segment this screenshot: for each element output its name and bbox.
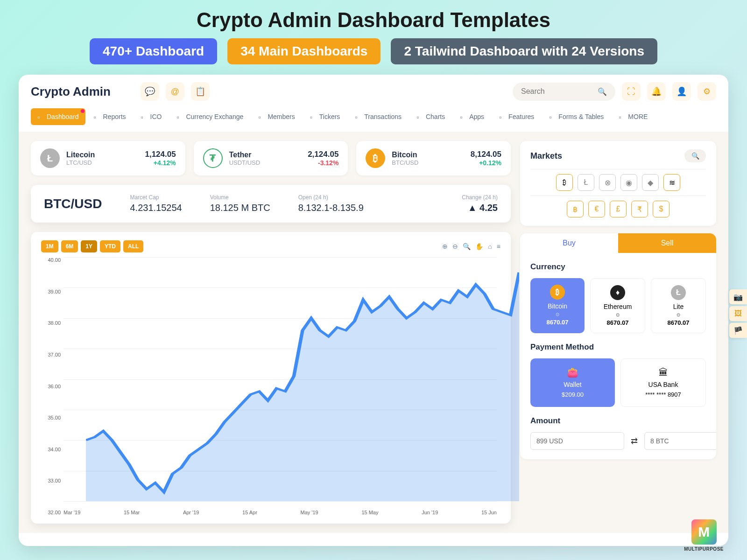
- side-camera-icon[interactable]: 📷: [729, 289, 747, 304]
- currency-ethereum[interactable]: ♦Ethereum⊙8670.07: [590, 278, 645, 333]
- ticker-card[interactable]: ₿ BitcoinBTC/USD 8,124.05+0.12%: [356, 141, 511, 175]
- nav-icon: ▫: [549, 113, 556, 120]
- gear-icon[interactable]: ⚙: [698, 82, 716, 101]
- ticker-card[interactable]: Ł LitecoinLTC/USD 1,124.05+4.12%: [31, 141, 185, 175]
- nav-icon: ▫: [310, 113, 317, 120]
- market-coin-chip[interactable]: ₿: [556, 174, 573, 191]
- nav-icon: ▫: [619, 113, 625, 120]
- market-fiat-chip[interactable]: €: [588, 201, 605, 217]
- payment-usa-bank[interactable]: 🏛USA Bank**** **** 8907: [620, 358, 706, 407]
- nav-icon: ▫: [37, 113, 44, 120]
- buy-tab[interactable]: Buy: [520, 233, 618, 253]
- market-fiat-chip[interactable]: $: [653, 201, 669, 217]
- sell-tab[interactable]: Sell: [618, 233, 716, 253]
- main-stats: BTC/USD Marcet Cap 4.231.15254 Volume 18…: [31, 185, 511, 223]
- nav-icon: ▫: [416, 113, 423, 120]
- chart-minus-icon[interactable]: ⊖: [452, 243, 458, 250]
- chart-pan-icon[interactable]: ✋: [475, 243, 483, 250]
- chart-toolbar: ⊕ ⊖ 🔍 ✋ ⌂ ≡: [442, 243, 500, 250]
- chart-menu-icon[interactable]: ≡: [497, 243, 500, 250]
- search-input[interactable]: [521, 87, 592, 96]
- promo-badge: 470+ Dashboard: [90, 38, 217, 64]
- market-fiat-chip[interactable]: ฿: [567, 201, 584, 217]
- promo-badge: 2 Tailwind Dashboard with 24 Versions: [391, 38, 657, 64]
- market-fiat-chip[interactable]: £: [610, 201, 627, 217]
- nav-tabs: ▫Dashboard▫Reports▫ICO▫Currency Exchange…: [19, 108, 728, 132]
- ticker-card[interactable]: ₮ TetherUSDT/USD 2,124.05-3.12%: [194, 141, 348, 175]
- nav-tab-tickers[interactable]: ▫Tickers: [303, 108, 347, 125]
- range-ytd[interactable]: YTD: [100, 240, 120, 252]
- chart-home-icon[interactable]: ⌂: [488, 243, 492, 250]
- nav-tab-charts[interactable]: ▫Charts: [410, 108, 451, 125]
- market-coin-chip[interactable]: Ł: [578, 174, 594, 191]
- range-6m[interactable]: 6M: [61, 240, 78, 252]
- coin-icon: ₮: [203, 148, 223, 168]
- amount-from-input[interactable]: [530, 432, 624, 450]
- market-coin-chip[interactable]: ⊗: [599, 174, 616, 191]
- nav-tab-more[interactable]: ▫MORE: [612, 108, 654, 125]
- nav-tab-transactions[interactable]: ▫Transactions: [348, 108, 408, 125]
- bell-icon[interactable]: 🔔: [647, 82, 666, 101]
- nav-tab-reports[interactable]: ▫Reports: [87, 108, 133, 125]
- swap-icon[interactable]: ⇄: [631, 436, 638, 446]
- nav-tab-members[interactable]: ▫Members: [252, 108, 301, 125]
- nav-tab-features[interactable]: ▫Features: [493, 108, 541, 125]
- nav-icon: ▫: [94, 113, 100, 120]
- market-fiat-chip[interactable]: ₹: [631, 201, 648, 217]
- currency-bitcoin[interactable]: ₿Bitcoin⊙8670.07: [530, 278, 585, 333]
- chart-plus-icon[interactable]: ⊕: [442, 243, 448, 250]
- nav-icon: ▫: [355, 113, 361, 120]
- payment-title: Payment Method: [530, 343, 706, 352]
- at-icon[interactable]: @: [166, 82, 184, 101]
- chart-card: 1M6M1YYTDALL ⊕ ⊖ 🔍 ✋ ⌂ ≡ 40.0039.0038.00…: [31, 232, 511, 524]
- currency-lite[interactable]: ŁLite⊙8670.07: [651, 278, 706, 333]
- payment-wallet[interactable]: 👛Wallet$209.00: [530, 358, 615, 407]
- nav-icon: ▫: [176, 113, 183, 120]
- range-buttons: 1M6M1YYTDALL: [41, 240, 143, 252]
- nav-tab-apps[interactable]: ▫Apps: [453, 108, 491, 125]
- payment-icon: 👛: [539, 367, 606, 378]
- marketcap-stat: Marcet Cap 4.231.15254: [130, 194, 182, 213]
- markets-coins-row: ₿Ł⊗◉◆≋: [530, 174, 706, 191]
- content: Ł LitecoinLTC/USD 1,124.05+4.12%₮ Tether…: [19, 132, 728, 533]
- range-1y[interactable]: 1Y: [81, 240, 97, 252]
- chat-icon[interactable]: 💬: [141, 82, 159, 101]
- search-icon[interactable]: 🔍: [598, 87, 607, 96]
- user-icon[interactable]: 👤: [672, 82, 691, 101]
- nav-tab-ico[interactable]: ▫ICO: [134, 108, 169, 125]
- nav-tab-currency-exchange[interactable]: ▫Currency Exchange: [170, 108, 250, 125]
- amount-to-input[interactable]: [644, 432, 716, 450]
- dashboard-window: Crypto Admin 💬 @ 📋 🔍 ⛶ 🔔 👤 ⚙ ▫Dashboard▫…: [19, 75, 728, 546]
- promo-title: Crypto Admin Dashboard Templates: [0, 0, 747, 38]
- brand: Crypto Admin: [31, 84, 111, 99]
- fullscreen-icon[interactable]: ⛶: [622, 82, 641, 101]
- markets-search-icon[interactable]: 🔍: [684, 149, 706, 162]
- side-widgets: 📷 🖼 🏴: [729, 289, 747, 338]
- search-box[interactable]: 🔍: [513, 83, 615, 101]
- coin-icon: Ł: [40, 148, 60, 168]
- nav-tab-dashboard[interactable]: ▫Dashboard: [31, 108, 85, 125]
- currency-icon: ₿: [550, 285, 565, 300]
- chart-zoom-icon[interactable]: 🔍: [463, 243, 471, 250]
- nav-tab-forms-&-tables[interactable]: ▫Forms & Tables: [543, 108, 610, 125]
- side-image-icon[interactable]: 🖼: [729, 306, 747, 321]
- currency-icon: Ł: [671, 285, 686, 300]
- market-coin-chip[interactable]: ≋: [663, 174, 680, 191]
- topbar: Crypto Admin 💬 @ 📋 🔍 ⛶ 🔔 👤 ⚙: [19, 75, 728, 108]
- ticker-row: Ł LitecoinLTC/USD 1,124.05+4.12%₮ Tether…: [31, 141, 511, 175]
- promo-badge: 34 Main Dashboards: [227, 38, 381, 64]
- change-stat: Change (24 h) ▲ 4.25: [462, 194, 498, 213]
- market-coin-chip[interactable]: ◆: [642, 174, 659, 191]
- side-flag-icon[interactable]: 🏴: [729, 323, 747, 338]
- coin-icon: ₿: [366, 148, 385, 168]
- nav-icon: ▫: [460, 113, 466, 120]
- range-1m[interactable]: 1M: [41, 240, 58, 252]
- market-coin-chip[interactable]: ◉: [620, 174, 637, 191]
- clipboard-icon[interactable]: 📋: [191, 82, 210, 101]
- currency-icon: ♦: [610, 285, 625, 300]
- markets-fiat-row: ฿€£₹$: [530, 201, 706, 217]
- promo-badges: 470+ Dashboard34 Main Dashboards2 Tailwi…: [0, 38, 747, 64]
- markets-title: Markets: [530, 151, 562, 161]
- nav-icon: ▫: [141, 113, 148, 120]
- range-all[interactable]: ALL: [123, 240, 143, 252]
